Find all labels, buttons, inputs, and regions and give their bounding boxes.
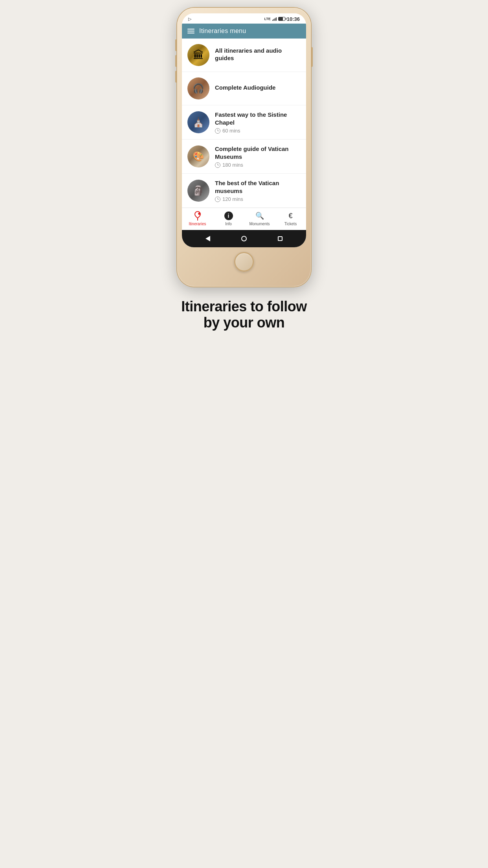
clock-hand-min-3 (218, 131, 219, 131)
nav-item-info[interactable]: i Info (217, 211, 240, 226)
signal-bar-2 (273, 19, 274, 21)
info-circle-icon: i (224, 211, 233, 220)
status-left: ▷ (188, 17, 191, 22)
item-title-4: Complete guide of Vatican Museums (215, 145, 301, 160)
duration-text-3: 60 mins (222, 128, 240, 134)
clock-icon-3 (215, 128, 220, 134)
search-icon: 🔍 (255, 211, 264, 220)
duration-text-5: 120 mins (222, 196, 243, 202)
android-home-button[interactable] (240, 235, 248, 243)
signal-bar-3 (275, 18, 275, 21)
bottom-nav: Itineraries i Info 🔍 Monuments (182, 208, 306, 230)
item-title-1: All itineraries and audio guides (215, 47, 301, 62)
avatar-sistine (187, 111, 209, 133)
avatar-all-itineraries (187, 44, 209, 66)
item-duration-4: 180 mins (215, 162, 301, 168)
nav-item-itineraries[interactable]: Itineraries (186, 211, 209, 226)
page-wrapper: ▷ LTE 10:36 (163, 0, 325, 339)
home-button[interactable] (234, 252, 254, 272)
battery-fill (279, 17, 283, 20)
avatar-audioguide (187, 77, 209, 99)
item-title-3: Fastest way to the Sistine Chapel (215, 111, 301, 126)
menu-item-sistine[interactable]: Fastest way to the Sistine Chapel 60 min… (182, 105, 306, 140)
caption-line1: Itineraries to follow (181, 298, 307, 314)
nav-icon-info: i (224, 211, 233, 221)
signal-bar-1 (272, 20, 273, 21)
item-duration-5: 120 mins (215, 196, 301, 202)
item-title-5: The best of the Vatican museums (215, 179, 301, 195)
menu-item-all-itineraries[interactable]: All itineraries and audio guides (182, 39, 306, 72)
hamburger-line-3 (187, 33, 194, 33)
recents-square-icon (278, 236, 283, 241)
duration-text-4: 180 mins (222, 162, 243, 168)
item-content-4: Complete guide of Vatican Museums 180 mi… (215, 145, 301, 168)
caption-line2: by your own (204, 314, 285, 331)
item-duration-3: 60 mins (215, 128, 301, 134)
play-store-icon: ▷ (188, 17, 191, 22)
header-title: Itineraries menu (199, 28, 246, 35)
back-triangle-icon (205, 236, 210, 241)
nav-label-info: Info (225, 222, 232, 226)
nav-icon-monuments: 🔍 (255, 211, 264, 221)
signal-bars (272, 17, 277, 21)
nav-item-tickets[interactable]: € Tickets (279, 211, 303, 226)
signal-bar-4 (276, 17, 277, 21)
nav-label-monuments: Monuments (249, 222, 270, 226)
hamburger-line-2 (187, 31, 194, 31)
menu-item-vatican-best[interactable]: The best of the Vatican museums 120 mins (182, 174, 306, 208)
time-display: 10:36 (287, 16, 300, 22)
item-content-1: All itineraries and audio guides (215, 47, 301, 64)
nav-icon-tickets: € (286, 211, 295, 221)
app-header: Itineraries menu (182, 24, 306, 39)
map-pin-dot (198, 212, 201, 215)
menu-item-audioguide[interactable]: Complete Audioguide (182, 72, 306, 105)
battery-icon (278, 17, 285, 21)
map-pin-icon (194, 211, 202, 221)
avatar-vatican-best (187, 180, 209, 202)
clock-icon-5 (215, 197, 220, 202)
avatar-vatican-complete (187, 145, 209, 167)
menu-list: All itineraries and audio guides Complet… (182, 39, 306, 208)
lte-badge: LTE (264, 17, 270, 21)
nav-label-tickets: Tickets (284, 222, 297, 226)
home-button-area (182, 247, 306, 275)
nav-label-itineraries: Itineraries (189, 222, 206, 226)
euro-icon: € (288, 212, 292, 220)
android-nav-bar (182, 230, 306, 247)
status-bar: ▷ LTE 10:36 (182, 13, 306, 24)
item-content-5: The best of the Vatican museums 120 mins (215, 179, 301, 202)
caption-section: Itineraries to follow by your own (163, 287, 325, 339)
home-circle-icon (241, 236, 247, 241)
hamburger-line-1 (187, 29, 194, 29)
clock-icon-4 (215, 162, 220, 168)
phone-shell: ▷ LTE 10:36 (177, 8, 311, 287)
status-right: LTE 10:36 (264, 16, 300, 22)
caption-text: Itineraries to follow by your own (171, 298, 317, 331)
clock-hand-min-4 (218, 165, 219, 165)
item-content-3: Fastest way to the Sistine Chapel 60 min… (215, 111, 301, 134)
item-title-2: Complete Audioguide (215, 84, 301, 92)
clock-hand-min-5 (218, 199, 219, 199)
hamburger-menu-icon[interactable] (187, 29, 194, 33)
android-recents-button[interactable] (276, 235, 284, 243)
nav-item-monuments[interactable]: 🔍 Monuments (248, 211, 272, 226)
map-pin-tail (197, 217, 198, 221)
item-content-2: Complete Audioguide (215, 84, 301, 93)
phone-screen: ▷ LTE 10:36 (182, 13, 306, 247)
nav-icon-itineraries (193, 211, 202, 221)
menu-item-vatican-complete[interactable]: Complete guide of Vatican Museums 180 mi… (182, 140, 306, 174)
android-back-button[interactable] (204, 235, 212, 243)
